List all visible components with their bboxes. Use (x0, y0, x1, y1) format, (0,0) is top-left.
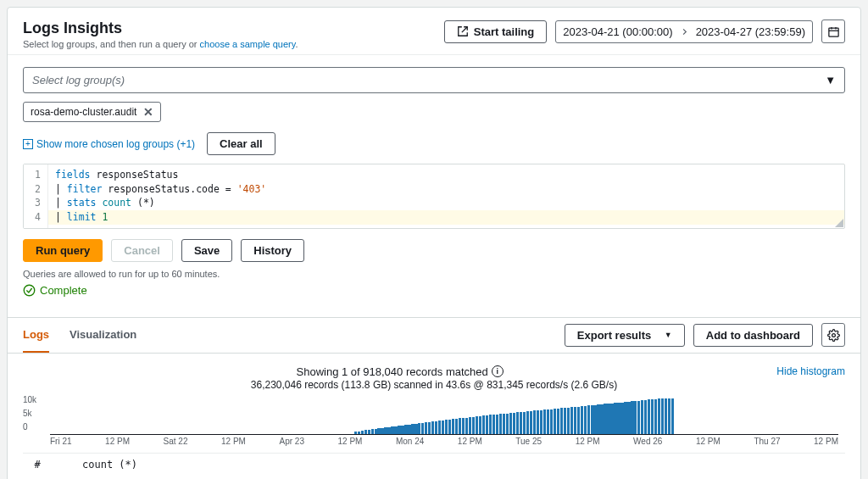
histogram-bar[interactable] (431, 421, 434, 434)
histogram-bar[interactable] (577, 407, 580, 434)
tab-visualization[interactable]: Visualization (70, 318, 136, 353)
histogram-bar[interactable] (567, 408, 570, 434)
histogram-bar[interactable] (401, 426, 403, 434)
histogram-bar[interactable] (581, 406, 583, 434)
histogram-bar[interactable] (665, 398, 667, 434)
histogram-bar[interactable] (516, 412, 519, 433)
histogram-bar[interactable] (550, 409, 553, 434)
histogram-bar[interactable] (526, 411, 529, 433)
histogram-bar[interactable] (418, 423, 420, 434)
calendar-button[interactable] (821, 19, 845, 43)
hide-histogram-link[interactable]: Hide histogram (776, 365, 845, 377)
histogram-bar[interactable] (651, 399, 654, 434)
histogram-bar[interactable] (404, 425, 407, 433)
histogram-bar[interactable] (375, 429, 377, 434)
histogram-bar[interactable] (459, 418, 461, 433)
clear-all-button[interactable]: Clear all (207, 132, 275, 155)
histogram-bar[interactable] (398, 426, 400, 434)
settings-button[interactable] (821, 323, 845, 347)
histogram-bar[interactable] (492, 415, 495, 434)
histogram-bar[interactable] (671, 398, 674, 434)
histogram-bar[interactable] (644, 400, 647, 434)
histogram-bar[interactable] (597, 404, 599, 434)
histogram-bar[interactable] (540, 410, 542, 434)
histogram-bar[interactable] (411, 424, 414, 434)
histogram-bar[interactable] (604, 404, 606, 433)
query-editor[interactable]: 1234 fields responseStatus | filter resp… (23, 164, 845, 229)
histogram-bar[interactable] (627, 402, 630, 434)
sample-query-link[interactable]: choose a sample query (200, 39, 296, 49)
histogram-bar[interactable] (554, 409, 556, 434)
histogram-bar[interactable] (425, 422, 427, 433)
histogram-bar[interactable] (533, 410, 536, 433)
histogram-bar[interactable] (506, 414, 509, 434)
histogram-bar[interactable] (614, 403, 616, 433)
histogram-bar[interactable] (557, 409, 559, 434)
history-button[interactable]: History (241, 239, 304, 262)
histogram-bar[interactable] (591, 405, 593, 434)
histogram-bar[interactable] (354, 432, 357, 433)
histogram-bar[interactable] (442, 421, 444, 434)
histogram-bar[interactable] (472, 417, 475, 434)
histogram-bar[interactable] (537, 410, 539, 434)
histogram-bar[interactable] (415, 424, 417, 434)
table-row[interactable]: ▶ 1 918040 (23, 476, 845, 479)
histogram-bar[interactable] (435, 421, 437, 434)
histogram-bar[interactable] (381, 428, 383, 434)
histogram-bar[interactable] (361, 431, 364, 433)
histogram-bar[interactable] (654, 399, 657, 434)
histogram-bar[interactable] (438, 421, 441, 434)
add-to-dashboard-button[interactable]: Add to dashboard (693, 324, 813, 347)
run-query-button[interactable]: Run query (23, 239, 103, 262)
histogram-bar[interactable] (377, 428, 380, 434)
info-icon[interactable]: i (492, 365, 504, 377)
histogram-bar[interactable] (364, 430, 367, 433)
histogram-bar[interactable] (486, 415, 488, 434)
histogram-bar[interactable] (503, 414, 505, 434)
histogram-bar[interactable] (584, 406, 587, 434)
histogram-bar[interactable] (587, 405, 590, 433)
histogram-bar[interactable] (368, 430, 370, 434)
histogram-bar[interactable] (455, 419, 458, 434)
histogram-bar[interactable] (496, 415, 498, 434)
histogram-bar[interactable] (445, 420, 448, 433)
histogram-bar[interactable] (600, 404, 603, 434)
histogram-bar[interactable] (648, 399, 650, 433)
editor-code[interactable]: fields responseStatus | filter responseS… (48, 164, 844, 228)
export-results-button[interactable]: Export results ▼ (565, 324, 685, 347)
histogram-bar[interactable] (513, 413, 515, 434)
histogram-bar[interactable] (371, 429, 374, 433)
editor-resize-handle[interactable] (835, 219, 843, 227)
time-range-picker[interactable]: 2023-04-21 (00:00:00) 2023-04-27 (23:59:… (555, 20, 813, 43)
histogram-bar[interactable] (465, 418, 468, 434)
histogram-bar[interactable] (523, 412, 526, 434)
histogram-bar[interactable] (570, 407, 573, 433)
chip-remove-icon[interactable]: ✕ (143, 106, 153, 118)
histogram-bar[interactable] (668, 398, 670, 434)
histogram-bar[interactable] (391, 426, 393, 433)
histogram-bar[interactable] (634, 401, 637, 434)
histogram-bar[interactable] (479, 416, 481, 434)
chart-bars[interactable] (50, 394, 838, 435)
histogram-bar[interactable] (607, 404, 609, 434)
histogram-bar[interactable] (452, 419, 454, 433)
start-tailing-button[interactable]: Start tailing (444, 20, 548, 43)
histogram-bar[interactable] (462, 418, 465, 434)
histogram-bar[interactable] (530, 411, 532, 434)
histogram-bar[interactable] (624, 402, 626, 434)
show-more-link[interactable]: + Show more chosen log groups (+1) (23, 138, 195, 150)
histogram-bar[interactable] (469, 417, 471, 434)
histogram-bar[interactable] (520, 412, 522, 434)
histogram-bar[interactable] (574, 407, 576, 434)
histogram-bar[interactable] (394, 426, 397, 434)
histogram-bar[interactable] (408, 425, 410, 434)
histogram-bar[interactable] (560, 408, 563, 433)
histogram-bar[interactable] (617, 403, 620, 434)
histogram-bar[interactable] (384, 427, 387, 433)
histogram-bar[interactable] (631, 401, 633, 433)
histogram-bar[interactable] (509, 413, 512, 434)
histogram-bar[interactable] (428, 422, 431, 434)
histogram-bar[interactable] (476, 416, 478, 434)
histogram-bar[interactable] (448, 420, 451, 434)
histogram-bar[interactable] (620, 403, 623, 434)
